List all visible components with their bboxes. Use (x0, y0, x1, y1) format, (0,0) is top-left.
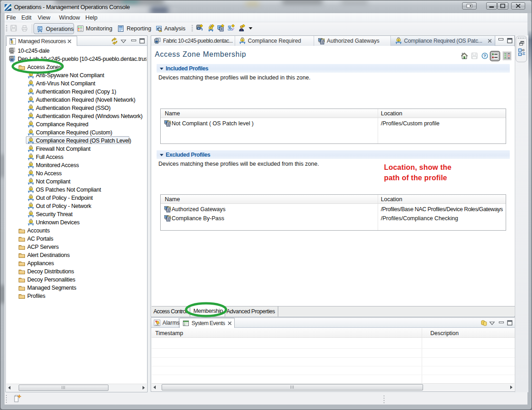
svg-text:?: ? (483, 53, 486, 58)
